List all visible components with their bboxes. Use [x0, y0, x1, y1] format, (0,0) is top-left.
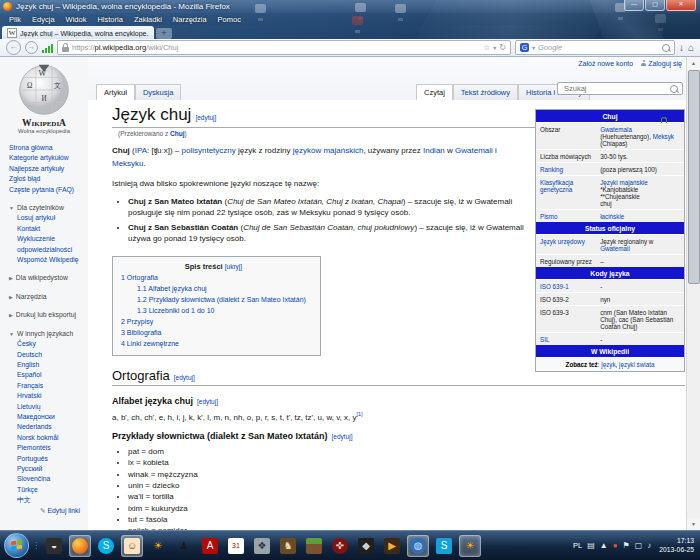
scroll-down-arrow[interactable]: ▼ — [687, 518, 700, 530]
wiki-link[interactable]: Języki majańskie — [600, 179, 648, 186]
tab-artykuł[interactable]: Artykuł — [96, 84, 135, 101]
wiki-link[interactable]: języków majańskich — [293, 146, 364, 155]
reload-icon[interactable]: ↻ — [499, 43, 506, 52]
url-bar[interactable]: https://pl.wikipedia.org/wiki/Chuj ☆ ▾ ↻ — [57, 40, 511, 55]
edit-link[interactable]: [edytuj] — [197, 398, 218, 405]
printer-icon[interactable]: ▤ — [587, 541, 595, 550]
wiki-link[interactable]: Indian — [423, 146, 445, 155]
search-icon[interactable] — [662, 44, 670, 52]
toc-item[interactable]: 1 Ortografia — [121, 272, 306, 283]
wiki-search-icon[interactable] — [670, 85, 678, 93]
toc-item[interactable]: 4 Linki zewnętrzne — [121, 338, 306, 349]
sidebar-group-header[interactable]: ▶Dla wikipedystów — [9, 273, 88, 283]
home-icon[interactable]: ⌂ — [688, 42, 694, 53]
wiki-link[interactable]: Gwatemali — [600, 245, 630, 252]
wiki-link[interactable]: Język urzędowy — [540, 238, 585, 245]
menu-historia[interactable]: Historia — [92, 14, 127, 25]
toc-item[interactable]: 3 Bibliografia — [121, 327, 306, 338]
menu-narzędzia[interactable]: Narzędzia — [168, 14, 212, 25]
url-text[interactable]: https://pl.wikipedia.org/wiki/Chuj — [72, 43, 480, 52]
browser-search-placeholder[interactable]: Google — [538, 43, 659, 52]
toc-hide-link[interactable]: [ukryj] — [225, 263, 242, 270]
page-scrollbar[interactable]: ▲ ▼ — [686, 57, 700, 530]
skype-icon[interactable]: S — [95, 535, 117, 557]
menu-pomoc[interactable]: Pomoc — [213, 14, 246, 25]
wiki-link[interactable]: Gwatemala — [600, 126, 632, 133]
start-button[interactable] — [4, 533, 29, 558]
stick-figure-icon[interactable]: ♟ — [173, 535, 195, 557]
sidebar-item[interactable]: Hrvatski — [17, 391, 88, 401]
minecraft-icon[interactable] — [303, 535, 325, 557]
window-titlebar[interactable]: Język chuj – Wikipedia, wolna encykloped… — [0, 0, 700, 13]
maximize-button[interactable]: ▢ — [645, 0, 665, 11]
sidebar-item[interactable]: Zgłoś błąd — [9, 174, 88, 184]
taskbar-clock[interactable]: 17:132013-06-25 — [659, 537, 694, 554]
toc-item[interactable]: 2 Przypisy — [121, 316, 306, 327]
action-center-flag-icon[interactable]: ⚑ — [622, 541, 629, 550]
footnote-ref-link[interactable]: [1] — [356, 411, 362, 417]
minimize-button[interactable]: — — [624, 0, 644, 11]
sidebar-item[interactable]: Częste pytania (FAQ) — [9, 185, 88, 195]
signal-bars-icon[interactable] — [42, 43, 53, 53]
sidebar-item[interactable]: Slovenčina — [17, 474, 88, 484]
tab-czytaj[interactable]: Czytaj — [416, 84, 453, 101]
wiki-link[interactable]: Gwatemali — [455, 146, 493, 155]
menu-zakładki[interactable]: Zakładki — [129, 14, 167, 25]
tray-expand-icon[interactable]: ▲ — [600, 541, 608, 550]
sidebar-item[interactable]: Français — [17, 381, 88, 391]
wiki-link[interactable]: SIL — [540, 336, 549, 343]
calendar-app-icon[interactable]: 31 — [225, 535, 247, 557]
menu-plik[interactable]: Plik — [4, 14, 26, 25]
edit-interlanguage-links[interactable]: Edytuj linki — [48, 507, 81, 514]
sidebar-group-header[interactable]: ▼W innych językach — [9, 329, 88, 339]
husky-game-icon[interactable]: ❖ — [251, 535, 273, 557]
tab-tekst-źródłowy[interactable]: Tekst źródłowy — [453, 84, 518, 101]
new-tab-button[interactable]: + — [156, 28, 172, 39]
sidebar-item[interactable]: Losuj artykuł — [17, 213, 88, 223]
forward-button[interactable]: → — [25, 41, 38, 54]
scroll-up-arrow[interactable]: ▲ — [687, 57, 700, 69]
tab-dyskusja[interactable]: Dyskusja — [135, 84, 181, 101]
sidebar-item[interactable]: Wspomóż Wikipedię — [17, 255, 88, 265]
sidebar-item[interactable]: Kontakt — [17, 224, 88, 234]
wiki-link[interactable]: IPA — [135, 146, 147, 155]
wiki-link[interactable]: języki świata — [619, 361, 654, 368]
edit-link[interactable]: [edytuj] — [195, 114, 216, 121]
sidebar-item[interactable]: 中文 — [17, 495, 88, 505]
sidebar-item[interactable]: Türkçe — [17, 485, 88, 495]
dropdown-caret-icon[interactable]: ▾ — [493, 44, 496, 51]
volume-icon[interactable]: ♪ — [647, 541, 651, 550]
close-button[interactable]: ✕ — [666, 0, 696, 11]
wiki-link[interactable]: Ranking — [540, 166, 563, 173]
sidebar-item[interactable]: Wykluczenie odpowiedzialności — [17, 234, 88, 255]
wikipedia-logo[interactable]: W Ω 文 И — [17, 63, 71, 117]
browser-search-box[interactable]: G ▾ Google — [515, 40, 675, 55]
search-engine-caret-icon[interactable]: ▾ — [532, 44, 535, 51]
window-tray-icon[interactable]: ▢ — [635, 541, 643, 550]
menu-edycja[interactable]: Edycja — [27, 14, 60, 25]
globe-app-icon[interactable]: ◍ — [407, 535, 429, 557]
sidebar-group-header[interactable]: ▶Narzędzia — [9, 292, 88, 302]
menu-widok[interactable]: Widok — [61, 14, 92, 25]
chess-game-icon[interactable]: ♞ — [277, 535, 299, 557]
adobe-reader-icon[interactable]: A — [199, 535, 221, 557]
red-gamepad-icon[interactable]: ✜ — [329, 535, 351, 557]
browser-tab[interactable]: W Język chuj – Wikipedia, wolna encyklop… — [2, 26, 154, 39]
sidebar-item[interactable]: Piemontèis — [17, 443, 88, 453]
downloads-icon[interactable]: ↓ — [679, 42, 684, 53]
video-player-icon[interactable]: ▶ — [381, 535, 403, 557]
wiki-link[interactable]: Meksyku — [112, 159, 144, 168]
wiki-link[interactable]: łacińskie — [600, 213, 624, 220]
wiki-link[interactable]: Pismo — [540, 213, 558, 220]
sidebar-item[interactable]: Македонски — [17, 412, 88, 422]
media-app-icon[interactable]: ◒ — [43, 535, 65, 557]
wiki-search-input[interactable] — [562, 83, 667, 94]
toc-item[interactable]: 1.1 Alfabet języka chuj — [121, 283, 306, 294]
tray-alert-icon[interactable]: ● — [613, 541, 618, 550]
wiki-link[interactable]: polisyntetyczny — [182, 146, 236, 155]
language-indicator[interactable]: PL — [573, 541, 582, 550]
wiki-link[interactable]: język — [601, 361, 615, 368]
edit-link[interactable]: [edytuj] — [174, 374, 195, 381]
back-button[interactable]: ← — [6, 40, 21, 55]
sidebar-item[interactable]: Português — [17, 454, 88, 464]
